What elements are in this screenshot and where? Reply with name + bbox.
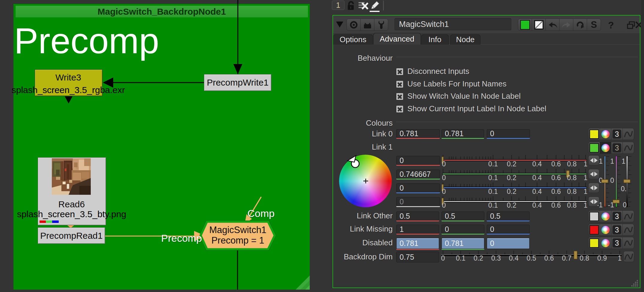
svg-text:0: 0	[442, 160, 446, 168]
svg-text:0.4: 0.4	[509, 254, 518, 262]
svg-text:0.4: 0.4	[532, 160, 542, 168]
svg-text:0: 0	[610, 177, 614, 184]
svg-text:0.8: 0.8	[567, 201, 577, 209]
svg-text:0.4: 0.4	[532, 174, 542, 182]
svg-text:0.1: 0.1	[456, 254, 465, 262]
svg-text:0.1: 0.1	[488, 160, 498, 168]
svg-text:1: 1	[584, 174, 588, 182]
svg-text:0.3: 0.3	[491, 254, 501, 262]
svg-text:0: 0	[442, 174, 446, 182]
svg-text:0.8: 0.8	[580, 254, 589, 262]
svg-text:0.4: 0.4	[532, 201, 542, 209]
svg-text:-1: -1	[598, 201, 603, 209]
svg-text:0.1: 0.1	[488, 188, 498, 195]
svg-text:0.6: 0.6	[544, 254, 554, 262]
svg-text:1: 1	[622, 157, 625, 165]
svg-text:1: 1	[584, 201, 588, 209]
svg-text:0.9: 0.9	[597, 254, 607, 262]
svg-text:0: 0	[623, 201, 627, 209]
svg-text:0.2: 0.2	[474, 254, 483, 262]
svg-text:0.2: 0.2	[507, 174, 516, 182]
svg-text:0.6: 0.6	[551, 160, 561, 168]
svg-text:0.6: 0.6	[551, 174, 561, 182]
svg-text:0.6: 0.6	[551, 188, 561, 195]
svg-text:0.4: 0.4	[532, 188, 542, 195]
svg-text:0.5: 0.5	[527, 254, 536, 262]
svg-text:0.2: 0.2	[507, 160, 516, 168]
svg-text:0.1: 0.1	[488, 201, 498, 209]
svg-text:0.8: 0.8	[567, 188, 577, 195]
svg-text:0.7: 0.7	[562, 254, 572, 262]
svg-text:0.2: 0.2	[507, 201, 516, 209]
svg-text:0.6: 0.6	[551, 201, 561, 209]
svg-text:1: 1	[618, 254, 622, 262]
svg-text:0.8: 0.8	[567, 174, 577, 182]
svg-text:0.2: 0.2	[507, 188, 516, 195]
svg-text:0.8: 0.8	[567, 160, 577, 168]
svg-text:0.1: 0.1	[488, 174, 498, 182]
svg-text:1: 1	[584, 188, 588, 195]
svg-text:0: 0	[441, 254, 445, 262]
svg-text:0: 0	[442, 201, 446, 209]
svg-text:1: 1	[584, 160, 588, 168]
svg-text:0.: 0.	[621, 185, 627, 193]
svg-text:0: 0	[442, 188, 446, 195]
svg-text:1: 1	[599, 157, 603, 165]
svg-text:1: 1	[610, 157, 614, 165]
